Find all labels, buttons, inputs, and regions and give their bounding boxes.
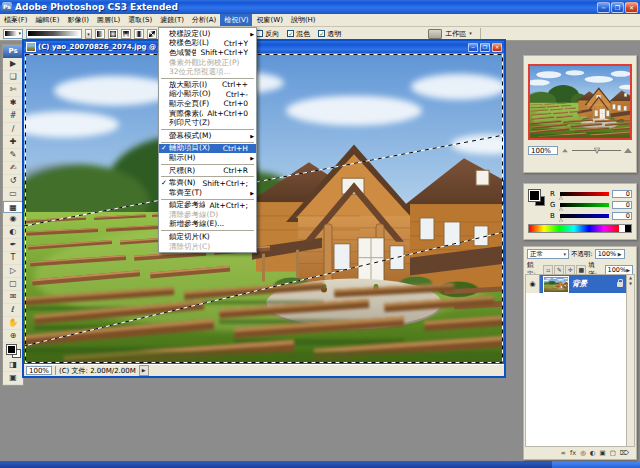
menu-分析(A)[interactable]: 分析(A) — [188, 14, 220, 26]
status-menu-arrow[interactable]: ▶ — [139, 365, 149, 376]
move-tool[interactable]: ▶ — [3, 58, 23, 71]
reflected-gradient-button[interactable] — [134, 29, 144, 39]
blur-tool[interactable]: ◉ — [3, 213, 23, 226]
screen-mode-button[interactable]: ▣ — [3, 372, 23, 385]
channel-slider[interactable] — [560, 214, 609, 218]
channel-value-input[interactable]: 0 — [612, 212, 632, 220]
zoom-tool[interactable]: ⊕ — [3, 330, 23, 343]
menu-編輯(E)[interactable]: 編輯(E) — [32, 14, 64, 26]
menu-檔案(F)[interactable]: 檔案(F) — [0, 14, 32, 26]
rainbow-ramp[interactable] — [529, 225, 619, 232]
doc-minimize-button[interactable]: ─ — [468, 43, 478, 52]
crop-tool[interactable]: # — [3, 110, 23, 123]
view-menu-item-新增參考線(E)...[interactable]: 新增參考線(E)... — [159, 220, 256, 230]
view-menu-item-鎖定切片(K)[interactable]: 鎖定切片(K) — [159, 232, 256, 242]
diamond-gradient-button[interactable] — [147, 29, 157, 39]
zoom-in-icon[interactable] — [624, 148, 632, 153]
view-menu-item-顯示全頁(F)[interactable]: 顯示全頁(F)Ctrl+0 — [159, 99, 256, 109]
link-layers-icon[interactable]: ∞ — [561, 448, 566, 458]
menu-視窗(W)[interactable]: 視窗(W) — [252, 14, 286, 26]
minimize-button[interactable]: ─ — [597, 2, 610, 13]
brush-tool[interactable]: ✎ — [3, 149, 23, 162]
view-menu-item-校樣設定(U)[interactable]: 校樣設定(U)▶ — [159, 29, 256, 39]
layer-group-icon[interactable]: ▣ — [599, 448, 605, 458]
eyedropper-tool[interactable]: ℓ — [3, 304, 23, 317]
marquee-tool[interactable]: ❏ — [3, 71, 23, 84]
history-brush-tool[interactable]: ↺ — [3, 175, 23, 188]
checkbox-透明[interactable]: ✓透明 — [318, 29, 341, 39]
view-menu-item-螢幕模式(M)[interactable]: 螢幕模式(M)▶ — [159, 131, 256, 141]
doc-maximize-button[interactable]: ❐ — [480, 43, 490, 52]
navigator-zoom-input[interactable]: 100% — [528, 146, 558, 155]
checkbox-反向[interactable]: 反向 — [256, 29, 279, 39]
path-selection-tool[interactable]: ▷ — [3, 265, 23, 278]
new-layer-icon[interactable]: ▢ — [610, 448, 616, 458]
navigator-proxy-view[interactable] — [528, 64, 632, 140]
radial-gradient-button[interactable] — [108, 29, 118, 39]
view-menu-item-放大顯示(I)[interactable]: 放大顯示(I)Ctrl++ — [159, 80, 256, 90]
canvas[interactable] — [24, 53, 504, 364]
layer-name[interactable]: 背景 — [572, 279, 617, 289]
view-menu-item-列印尺寸(Z)[interactable]: 列印尺寸(Z) — [159, 118, 256, 128]
view-menu-item-色域警告(W)[interactable]: 色域警告(W)Shift+Ctrl+Y — [159, 48, 256, 58]
shape-tool[interactable]: ▢ — [3, 278, 23, 291]
layer-thumbnail[interactable] — [543, 276, 569, 293]
view-menu-item-鎖定參考線(G)[interactable]: 鎖定參考線(G)Alt+Ctrl+; — [159, 201, 256, 211]
blend-mode-select[interactable]: 正常 ▾ — [527, 249, 569, 259]
channel-slider[interactable] — [560, 192, 609, 196]
windows-taskbar[interactable] — [0, 461, 640, 468]
foreground-color-swatch[interactable] — [7, 345, 16, 354]
healing-brush-tool[interactable]: ✚ — [3, 136, 23, 149]
view-menu-item-顯示(H)[interactable]: 顯示(H)▶ — [159, 153, 256, 163]
view-menu-item-尺標(R)[interactable]: 尺標(R)Ctrl+R — [159, 166, 256, 176]
angle-gradient-button[interactable] — [121, 29, 131, 39]
slider-thumb[interactable] — [594, 147, 600, 153]
view-menu-item-實際像素(A)[interactable]: 實際像素(A)Alt+Ctrl+0 — [159, 109, 256, 119]
layer-style-icon[interactable]: fx — [570, 448, 576, 458]
gradient-tool[interactable]: ▦ — [3, 201, 23, 213]
checkbox-混色[interactable]: ✓混色 — [287, 29, 310, 39]
foreground-color-swatch[interactable] — [529, 190, 540, 201]
menu-濾鏡(T)[interactable]: 濾鏡(T) — [156, 14, 188, 26]
view-menu-item-靠齊至(T)[interactable]: 靠齊至(T)▶ — [159, 188, 256, 198]
zoom-out-icon[interactable] — [562, 149, 568, 153]
layer-visibility-toggle[interactable]: ◉ — [526, 275, 540, 293]
menu-影像(I)[interactable]: 影像(I) — [63, 14, 93, 26]
channel-slider[interactable] — [560, 203, 609, 207]
lasso-tool[interactable]: ✄ — [3, 84, 23, 97]
gradient-picker-arrow[interactable]: ▾ — [85, 29, 92, 39]
clone-stamp-tool[interactable]: ✍ — [3, 162, 23, 175]
menu-說明(H)[interactable]: 說明(H) — [287, 14, 320, 26]
tool-preset-picker[interactable]: ▾ — [3, 29, 23, 39]
menu-圖層(L)[interactable]: 圖層(L) — [93, 14, 124, 26]
dodge-tool[interactable]: ◐ — [3, 226, 23, 239]
layer-list-scrollbar[interactable]: ▲▼ — [626, 275, 634, 446]
menu-選取(S)[interactable]: 選取(S) — [124, 14, 156, 26]
taskbar-button[interactable] — [552, 461, 640, 468]
slider-marker[interactable] — [559, 207, 563, 211]
slider-marker[interactable] — [559, 218, 563, 222]
hand-tool[interactable]: ✋ — [3, 317, 23, 330]
eraser-tool[interactable]: ▭ — [3, 188, 23, 201]
color-swatches[interactable] — [3, 343, 23, 359]
slider-marker[interactable] — [559, 196, 563, 200]
navigator-zoom-slider[interactable] — [572, 150, 621, 151]
quick-selection-tool[interactable]: ✱ — [3, 97, 23, 110]
layer-row-background[interactable]: ◉ 背景 — [526, 275, 627, 293]
opacity-input[interactable]: 100% ▶ — [595, 249, 625, 259]
layer-mask-icon[interactable]: ◎ — [580, 448, 586, 458]
delete-layer-icon[interactable]: ⌦ — [620, 448, 629, 458]
pen-tool[interactable]: ✒ — [3, 239, 23, 252]
adjustment-layer-icon[interactable]: ◐ — [590, 448, 596, 458]
type-tool[interactable]: T — [3, 252, 23, 265]
color-panel-swatches[interactable] — [528, 189, 546, 207]
channel-value-input[interactable]: 0 — [612, 201, 632, 209]
zoom-level-input[interactable]: 100% — [26, 366, 52, 375]
maximize-button[interactable]: ❐ — [611, 2, 624, 13]
gradient-editor[interactable] — [26, 29, 82, 39]
view-menu-item-縮小顯示(O)[interactable]: 縮小顯示(O)Ctrl+- — [159, 90, 256, 100]
checkbox-icon[interactable]: ✓ — [287, 30, 294, 37]
view-menu-item-輔助項目(X)[interactable]: ✓輔助項目(X)Ctrl+H — [159, 144, 256, 154]
document-title-bar[interactable]: (C) yao_20070826_2074.jpg @ 100% (RGB/8)… — [24, 41, 504, 53]
workspace-button[interactable]: 工作區 ▾ — [428, 28, 481, 40]
